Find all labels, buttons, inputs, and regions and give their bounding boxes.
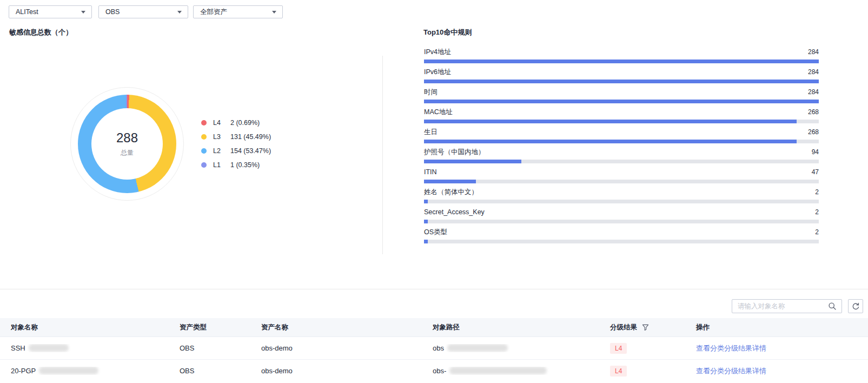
section-divider (0, 289, 868, 289)
chevron-down-icon (272, 11, 276, 14)
bar-value: 268 (808, 128, 819, 136)
bar-fill (424, 180, 476, 183)
bar-track (424, 200, 819, 203)
search-icon[interactable] (828, 302, 837, 311)
bar-value: 94 (812, 148, 819, 156)
table-row: SSH OBS obs-demo obs L4 查看分类分级结果详情 (0, 337, 868, 360)
asset-type-cell: OBS (169, 344, 250, 352)
bar-fill (424, 100, 819, 103)
object-name-cell: SSH (0, 344, 169, 352)
legend-item-l1[interactable]: L1 1 (0.35%) (201, 161, 271, 169)
panel-divider (382, 56, 383, 254)
bar-fill (424, 200, 428, 203)
bar-row: IPv4地址284 (424, 48, 819, 68)
bar-label: 护照号（中国内地） (424, 148, 485, 156)
level-badge: L4 (610, 366, 627, 377)
column-header-action: 操作 (685, 323, 868, 332)
bar-label: IPv6地址 (424, 68, 451, 76)
legend-dot-l3 (201, 134, 207, 140)
legend-label: L4 (213, 119, 226, 127)
legend-item-l2[interactable]: L2 154 (53.47%) (201, 147, 271, 155)
action-cell: 查看分类分级结果详情 (685, 344, 868, 353)
bar-track (424, 140, 819, 143)
table-row: 20-PGP OBS obs-demo obs- L4 查看分类分级结果详情 (0, 360, 868, 382)
bar-value: 47 (812, 168, 819, 176)
bar-label: MAC地址 (424, 108, 453, 116)
bar-value: 268 (808, 108, 819, 116)
bar-row: Secret_Access_Key2 (424, 208, 819, 228)
bar-row: 护照号（中国内地）94 (424, 148, 819, 168)
legend-item-l4[interactable]: L4 2 (0.69%) (201, 118, 271, 127)
column-header-object-path: 对象路径 (422, 323, 599, 332)
bar-value: 2 (815, 208, 819, 216)
redacted-text (39, 367, 98, 374)
bar-value: 284 (808, 68, 819, 76)
legend-dot-l1 (201, 162, 207, 168)
asset-select[interactable]: 全部资产 (193, 5, 283, 18)
object-path-cell: obs- (422, 367, 599, 375)
chevron-down-icon (177, 11, 182, 14)
legend-value: 131 (45.49%) (230, 133, 271, 141)
bar-value: 284 (808, 48, 819, 56)
legend-value: 1 (0.35%) (230, 161, 260, 169)
bar-row: 生日268 (424, 128, 819, 148)
asset-type-cell: OBS (169, 367, 250, 375)
bar-label: 时间 (424, 88, 438, 96)
bar-value: 2 (815, 188, 819, 196)
bar-value: 2 (815, 228, 819, 236)
bar-label: 生日 (424, 128, 438, 136)
view-result-detail-link[interactable]: 查看分类分级结果详情 (696, 367, 766, 375)
project-select[interactable]: ALITest (9, 5, 92, 18)
bar-label: ITIN (424, 168, 437, 176)
donut-total-label: 总量 (121, 148, 134, 157)
bar-fill (424, 160, 521, 163)
bar-track (424, 120, 819, 123)
bar-row: ITIN47 (424, 168, 819, 188)
bar-fill (424, 120, 797, 123)
asset-select-value: 全部资产 (200, 8, 227, 17)
bar-row: 时间284 (424, 88, 819, 108)
bar-value: 284 (808, 88, 819, 96)
chevron-down-icon (81, 11, 85, 14)
legend-item-l3[interactable]: L3 131 (45.49%) (201, 133, 271, 141)
filter-icon[interactable] (642, 324, 649, 331)
level-cell: L4 (599, 366, 685, 377)
table-header-row: 对象名称 资产类型 资产名称 对象路径 分级结果 操作 (0, 318, 868, 337)
top10-rules-title: Top10命中规则 (423, 28, 472, 37)
bar-track (424, 60, 819, 63)
view-result-detail-link[interactable]: 查看分类分级结果详情 (696, 344, 766, 352)
top10-bar-chart: IPv4地址284 IPv6地址284 时间284 MAC地址268 生日268… (424, 48, 819, 248)
bar-track (424, 100, 819, 103)
bar-track (424, 80, 819, 83)
bar-fill (424, 220, 428, 223)
bar-track (424, 160, 819, 163)
asset-name-cell: obs-demo (250, 367, 422, 375)
bar-label: 姓名（简体中文） (424, 188, 478, 196)
bar-label: IPv4地址 (424, 48, 451, 56)
search-input[interactable] (732, 299, 842, 313)
donut-legend: L4 2 (0.69%) L3 131 (45.49%) L2 154 (53.… (201, 118, 271, 175)
redacted-text (29, 344, 69, 352)
legend-label: L2 (213, 147, 226, 155)
bar-fill (424, 80, 819, 83)
bar-row: MAC地址268 (424, 108, 819, 128)
bar-fill (424, 140, 797, 143)
legend-label: L3 (213, 133, 226, 141)
legend-dot-l4 (201, 120, 207, 126)
refresh-button[interactable] (848, 299, 863, 313)
legend-dot-l2 (201, 148, 207, 154)
service-select[interactable]: OBS (98, 5, 188, 18)
action-cell: 查看分类分级结果详情 (685, 366, 868, 376)
dashboard-page: ALITest OBS 全部资产 敏感信息总数（个） 288 总量 L4 2 (… (0, 0, 868, 383)
bar-track (424, 220, 819, 223)
bar-row: IPv6地址284 (424, 68, 819, 88)
object-path-cell: obs (422, 344, 599, 352)
bar-fill (424, 240, 428, 243)
donut-total-value: 288 (116, 131, 138, 145)
results-table: 对象名称 资产类型 资产名称 对象路径 分级结果 操作 SSH OBS obs-… (0, 318, 868, 382)
object-name-cell: 20-PGP (0, 367, 169, 375)
project-select-value: ALITest (16, 8, 38, 16)
donut-ring: 288 总量 (78, 95, 176, 193)
column-header-object-name: 对象名称 (0, 323, 169, 332)
legend-value: 154 (53.47%) (230, 147, 271, 155)
